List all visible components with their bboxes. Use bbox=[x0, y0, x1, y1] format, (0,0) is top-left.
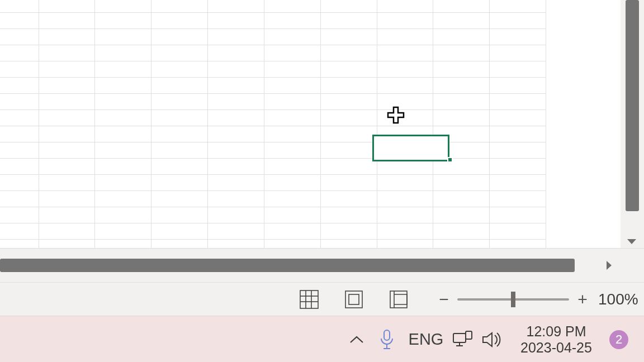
cell[interactable] bbox=[320, 207, 377, 223]
cell[interactable] bbox=[95, 45, 151, 61]
cell[interactable] bbox=[151, 110, 208, 126]
cell[interactable] bbox=[320, 0, 377, 13]
cell[interactable] bbox=[264, 13, 320, 29]
cell[interactable] bbox=[377, 29, 433, 45]
cell[interactable] bbox=[39, 142, 95, 159]
vertical-scrollbar-down[interactable] bbox=[625, 237, 638, 247]
cell[interactable] bbox=[39, 126, 95, 142]
cell[interactable] bbox=[0, 175, 39, 191]
cell[interactable] bbox=[39, 240, 95, 249]
tray-overflow-button[interactable] bbox=[343, 316, 370, 362]
cell[interactable] bbox=[433, 191, 490, 207]
cell[interactable] bbox=[0, 13, 39, 29]
cell[interactable] bbox=[95, 13, 151, 29]
cell[interactable] bbox=[151, 0, 208, 13]
cell[interactable] bbox=[264, 142, 320, 159]
cell[interactable] bbox=[0, 61, 39, 78]
cell[interactable] bbox=[0, 29, 39, 45]
cell[interactable] bbox=[151, 207, 208, 223]
tray-network-button[interactable] bbox=[448, 316, 477, 362]
cells-table[interactable] bbox=[0, 0, 546, 248]
cell[interactable] bbox=[433, 0, 490, 13]
cell[interactable] bbox=[39, 61, 95, 78]
horizontal-scrollbar-thumb[interactable] bbox=[0, 259, 575, 272]
cell[interactable] bbox=[320, 240, 377, 249]
cell[interactable] bbox=[95, 240, 151, 249]
notification-badge[interactable]: 2 bbox=[609, 330, 628, 349]
cell[interactable] bbox=[39, 78, 95, 94]
cell[interactable] bbox=[151, 175, 208, 191]
cell[interactable] bbox=[490, 78, 546, 94]
cell[interactable] bbox=[433, 159, 490, 175]
cell[interactable] bbox=[264, 240, 320, 249]
cell[interactable] bbox=[320, 110, 377, 126]
view-page-layout-button[interactable] bbox=[341, 287, 367, 312]
cell[interactable] bbox=[377, 78, 433, 94]
cell[interactable] bbox=[39, 191, 95, 207]
cell[interactable] bbox=[320, 223, 377, 240]
cell[interactable] bbox=[377, 94, 433, 110]
vertical-scrollbar[interactable] bbox=[621, 0, 644, 248]
cell[interactable] bbox=[95, 142, 151, 159]
cell[interactable] bbox=[264, 191, 320, 207]
view-normal-button[interactable] bbox=[296, 287, 322, 312]
cell[interactable] bbox=[490, 13, 546, 29]
cell[interactable] bbox=[151, 240, 208, 249]
cell[interactable] bbox=[208, 223, 264, 240]
cell[interactable] bbox=[377, 126, 433, 142]
cell[interactable] bbox=[264, 110, 320, 126]
cell[interactable] bbox=[377, 0, 433, 13]
zoom-slider[interactable] bbox=[457, 298, 569, 301]
cell[interactable] bbox=[490, 126, 546, 142]
cell[interactable] bbox=[39, 45, 95, 61]
cell[interactable] bbox=[320, 94, 377, 110]
cell[interactable] bbox=[490, 240, 546, 249]
cell[interactable] bbox=[320, 13, 377, 29]
cell[interactable] bbox=[208, 110, 264, 126]
cell[interactable] bbox=[433, 126, 490, 142]
cell[interactable] bbox=[490, 223, 546, 240]
cell[interactable] bbox=[490, 175, 546, 191]
cell[interactable] bbox=[264, 0, 320, 13]
cell[interactable] bbox=[95, 0, 151, 13]
cell[interactable] bbox=[320, 61, 377, 78]
cell[interactable] bbox=[95, 110, 151, 126]
cell[interactable] bbox=[95, 191, 151, 207]
cell[interactable] bbox=[490, 110, 546, 126]
cell[interactable] bbox=[39, 94, 95, 110]
cell[interactable] bbox=[0, 191, 39, 207]
cell[interactable] bbox=[0, 0, 39, 13]
cell[interactable] bbox=[208, 29, 264, 45]
cell[interactable] bbox=[0, 223, 39, 240]
cell[interactable] bbox=[490, 29, 546, 45]
cell[interactable] bbox=[377, 223, 433, 240]
cell[interactable] bbox=[0, 207, 39, 223]
cell[interactable] bbox=[0, 45, 39, 61]
cell[interactable] bbox=[208, 191, 264, 207]
cell[interactable] bbox=[490, 61, 546, 78]
cell[interactable] bbox=[433, 223, 490, 240]
cell[interactable] bbox=[320, 78, 377, 94]
cell[interactable] bbox=[264, 45, 320, 61]
cell[interactable] bbox=[377, 191, 433, 207]
cell[interactable] bbox=[0, 240, 39, 249]
cell[interactable] bbox=[39, 0, 95, 13]
cell[interactable] bbox=[490, 94, 546, 110]
cell[interactable] bbox=[490, 191, 546, 207]
zoom-out-button[interactable]: − bbox=[436, 289, 452, 309]
cell[interactable] bbox=[264, 29, 320, 45]
cell[interactable] bbox=[264, 207, 320, 223]
cell[interactable] bbox=[151, 13, 208, 29]
horizontal-scrollbar-right[interactable] bbox=[603, 259, 616, 272]
cell[interactable] bbox=[95, 207, 151, 223]
cell[interactable] bbox=[0, 110, 39, 126]
cell[interactable] bbox=[0, 159, 39, 175]
cell[interactable] bbox=[433, 142, 490, 159]
cell[interactable] bbox=[208, 45, 264, 61]
cell[interactable] bbox=[39, 159, 95, 175]
cell[interactable] bbox=[39, 110, 95, 126]
cell[interactable] bbox=[95, 175, 151, 191]
cell[interactable] bbox=[377, 159, 433, 175]
cell[interactable] bbox=[151, 78, 208, 94]
cell[interactable] bbox=[208, 78, 264, 94]
